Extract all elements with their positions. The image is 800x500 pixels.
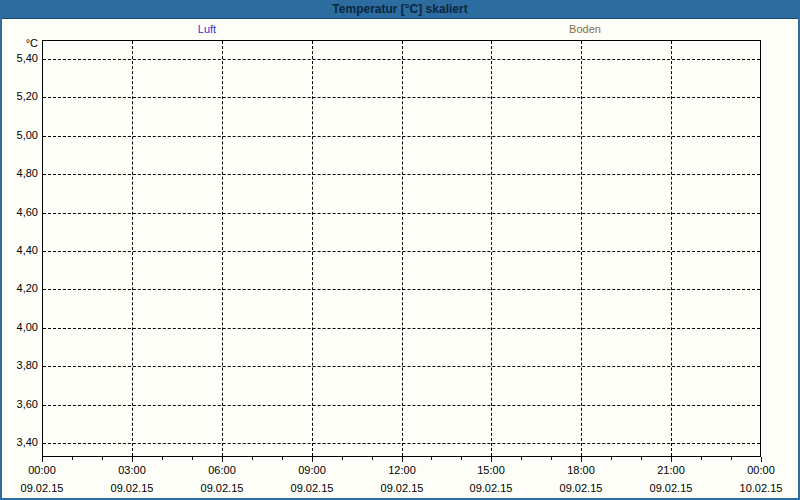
y-tick-label: 5,20 — [2, 90, 38, 102]
x-minor-tick — [611, 457, 612, 460]
x-gridline — [222, 41, 223, 456]
legend-item-boden: Boden — [569, 23, 601, 35]
x-major-tick — [761, 457, 762, 462]
x-time-label: 18:00 — [541, 464, 621, 476]
x-minor-tick — [102, 457, 103, 460]
x-date-label: 09.02.15 — [451, 482, 531, 494]
y-tick-label: 5,00 — [2, 129, 38, 141]
chart-window: Temperatur [°C] skaliert Luft Boden °C 5… — [0, 0, 800, 500]
x-major-tick — [222, 457, 223, 462]
x-date-label: 09.02.15 — [182, 482, 262, 494]
y-tick-label: 3,60 — [2, 398, 38, 410]
y-tick-label: 4,00 — [2, 321, 38, 333]
x-time-label: 00:00 — [2, 464, 82, 476]
x-date-label: 09.02.15 — [92, 482, 172, 494]
x-gridline — [581, 41, 582, 456]
y-tick-label: 5,40 — [2, 52, 38, 64]
x-time-label: 06:00 — [182, 464, 262, 476]
x-date-label: 09.02.15 — [541, 482, 621, 494]
x-date-label: 09.02.15 — [631, 482, 711, 494]
x-major-tick — [581, 457, 582, 462]
x-date-label: 09.02.15 — [272, 482, 352, 494]
y-tick-label: 3,40 — [2, 436, 38, 448]
x-major-tick — [671, 457, 672, 462]
x-minor-tick — [192, 457, 193, 460]
x-time-label: 00:00 — [721, 464, 800, 476]
chart-title: Temperatur [°C] skaliert — [332, 2, 467, 16]
x-gridline — [491, 41, 492, 456]
x-gridline — [402, 41, 403, 456]
x-date-label: 09.02.15 — [2, 482, 82, 494]
x-minor-tick — [641, 457, 642, 460]
x-minor-tick — [461, 457, 462, 460]
x-minor-tick — [731, 457, 732, 460]
plot-area — [42, 40, 761, 457]
x-minor-tick — [521, 457, 522, 460]
x-major-tick — [132, 457, 133, 462]
x-major-tick — [42, 457, 43, 462]
x-gridline — [312, 41, 313, 456]
x-minor-tick — [252, 457, 253, 460]
y-tick-label: 4,20 — [2, 282, 38, 294]
x-date-label: 10.02.15 — [721, 482, 800, 494]
chart-title-bar: Temperatur [°C] skaliert — [0, 0, 800, 19]
x-gridline — [132, 41, 133, 456]
x-minor-tick — [72, 457, 73, 460]
x-minor-tick — [372, 457, 373, 460]
y-tick-label: 4,40 — [2, 244, 38, 256]
x-minor-tick — [701, 457, 702, 460]
x-gridline — [671, 41, 672, 456]
x-major-tick — [312, 457, 313, 462]
x-major-tick — [491, 457, 492, 462]
x-minor-tick — [342, 457, 343, 460]
x-minor-tick — [162, 457, 163, 460]
legend-item-luft: Luft — [198, 23, 216, 35]
x-minor-tick — [282, 457, 283, 460]
x-time-label: 15:00 — [451, 464, 531, 476]
x-time-label: 03:00 — [92, 464, 172, 476]
x-minor-tick — [551, 457, 552, 460]
y-tick-label: 4,60 — [2, 206, 38, 218]
y-axis-unit-label: °C — [2, 37, 38, 49]
x-date-label: 09.02.15 — [362, 482, 442, 494]
x-time-label: 09:00 — [272, 464, 352, 476]
y-tick-label: 3,80 — [2, 359, 38, 371]
y-tick-label: 4,80 — [2, 167, 38, 179]
x-time-label: 12:00 — [362, 464, 442, 476]
x-time-label: 21:00 — [631, 464, 711, 476]
x-major-tick — [402, 457, 403, 462]
x-minor-tick — [431, 457, 432, 460]
